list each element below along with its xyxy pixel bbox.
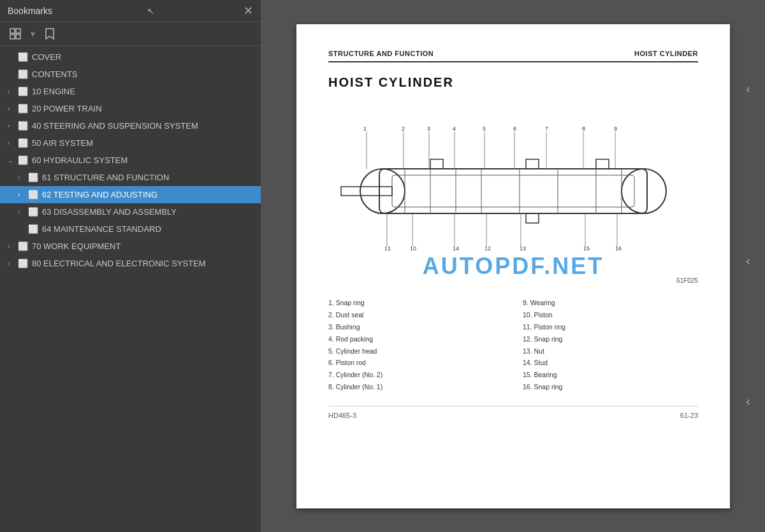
diagram-area: 1 2 3 4 5 6 7 8 9 [328,105,698,271]
bookmark-label-10-engine: 10 ENGINE [32,87,75,96]
bookmark-10-engine[interactable]: › ⬜ 10 ENGINE [0,83,261,100]
bookmark-80-electrical[interactable]: › ⬜ 80 ELECTRICAL AND ELECTRONIC SYSTEM [0,255,261,272]
footer-right: 61-23 [680,412,698,419]
bookmark-label-60-hydraulic: 60 HYDRAULIC SYSTEM [32,155,127,165]
bookmark-icon-64-maintenance: ⬜ [28,224,38,234]
bookmarks-list: ⬜ COVER ⬜ CONTENTS › ⬜ 10 ENGINE › ⬜ 20 … [0,46,261,532]
bookmark-50-air-system[interactable]: › ⬜ 50 AIR SYSTEM [0,134,261,152]
svg-rect-3 [16,34,20,39]
page-footer: HD465-3 61-23 [328,406,698,419]
bookmark-icon-button[interactable] [41,26,58,41]
bookmark-40-steering[interactable]: › ⬜ 40 STEERING AND SUSPENSION SYSTEM [0,117,261,134]
bookmark-63-disassembly[interactable]: › ⬜ 63 DISASSEMBLY AND ASSEMBLY [0,203,261,220]
bookmark-60-hydraulic[interactable]: ⌄ ⬜ 60 HYDRAULIC SYSTEM [0,152,261,169]
expand-all-icon [9,27,22,40]
svg-text:11: 11 [384,245,391,252]
part-12: 12. Snap ring [523,333,698,345]
parts-column-left: 1. Snap ring 2. Dust seal 3. Bushing 4. … [328,297,504,393]
bookmarks-panel: Bookmarks ↖ ✕ ▾ ⬜ COVER [0,0,261,532]
svg-text:16: 16 [615,245,622,252]
svg-text:2: 2 [402,126,405,132]
diagram-caption: 61F025 [328,277,698,284]
bookmark-label-61-structure: 61 STRUCTURE AND FUNCTION [42,173,169,182]
part-15: 15. Bearing [523,369,698,381]
svg-text:6: 6 [513,126,516,132]
bookmark-contents[interactable]: ⬜ CONTENTS [0,66,261,83]
bookmark-icon-40-steering: ⬜ [18,121,28,131]
svg-text:8: 8 [582,126,585,132]
nav-arrow-bot[interactable]: ‹ [746,394,750,408]
page-header-left: STRUCTURE AND FUNCTION [328,50,433,57]
chevron-10-engine: › [8,88,15,95]
bookmark-label-cover: COVER [32,52,61,62]
svg-text:15: 15 [583,245,590,252]
svg-text:4: 4 [453,126,456,132]
bookmark-label-63-disassembly: 63 DISASSEMBLY AND ASSEMBLY [42,207,177,217]
page-title: HOIST CYLINDER [328,75,698,90]
part-3: 3. Bushing [328,321,504,333]
svg-text:10: 10 [410,245,416,252]
part-14: 14. Stud [523,357,698,369]
bookmark-label-62-testing: 62 TESTING AND ADJUSTING [42,190,157,199]
bookmarks-title: Bookmarks [8,6,52,16]
bookmark-icon-63-disassembly: ⬜ [28,207,38,217]
bookmark-label-50-air-system: 50 AIR SYSTEM [32,138,93,148]
svg-rect-8 [341,187,392,196]
bookmark-cover[interactable]: ⬜ COVER [0,48,261,66]
svg-text:12: 12 [484,245,491,252]
part-6: 6. Piston rod [328,357,504,369]
part-13: 13. Nut [523,345,698,357]
expand-all-button[interactable] [6,26,24,41]
part-4: 4. Rod packing [328,333,504,345]
bookmark-70-work-equipment[interactable]: › ⬜ 70 WORK EQUIPMENT [0,238,261,255]
bookmarks-header: Bookmarks ↖ ✕ [0,0,261,22]
chevron-63-disassembly: › [18,208,26,215]
part-10: 10. Piston [523,309,698,321]
hoist-cylinder-diagram: 1 2 3 4 5 6 7 8 9 [328,105,698,271]
chevron-61-structure: › [18,174,26,181]
close-button[interactable]: ✕ [244,5,253,17]
svg-text:7: 7 [545,126,548,132]
nav-arrow-mid[interactable]: ‹ [746,254,750,268]
chevron-40-steering: › [8,122,15,129]
bookmark-icon-cover: ⬜ [18,52,28,62]
toolbar-divider: ▾ [31,29,35,39]
svg-rect-2 [10,34,15,39]
bookmark-label-64-maintenance: 64 MAINTENANCE STANDARD [42,224,161,234]
bookmark-icon-10-engine: ⬜ [18,87,28,96]
nav-arrow-top[interactable]: ‹ [746,82,750,96]
bookmark-61-structure[interactable]: › ⬜ 61 STRUCTURE AND FUNCTION [0,169,261,186]
chevron-62-testing: › [18,191,26,198]
svg-text:1: 1 [363,126,367,132]
bookmark-icon-70-work-equipment: ⬜ [18,241,28,251]
svg-rect-17 [430,159,443,169]
bookmark-icon-20-power-train: ⬜ [18,104,28,113]
svg-text:13: 13 [520,245,526,252]
svg-text:3: 3 [427,126,430,132]
bookmark-label-20-power-train: 20 POWER TRAIN [32,104,102,113]
page-header-right: HOIST CYLINDER [634,50,698,57]
part-1: 1. Snap ring [328,297,504,309]
footer-left: HD465-3 [328,412,356,419]
part-2: 2. Dust seal [328,309,504,321]
svg-text:14: 14 [453,245,459,252]
bookmark-62-testing[interactable]: › ⬜ 62 TESTING AND ADJUSTING [0,186,261,203]
bookmark-20-power-train[interactable]: › ⬜ 20 POWER TRAIN [0,100,261,117]
pdf-panel: STRUCTURE AND FUNCTION HOIST CYLINDER HO… [261,0,765,532]
svg-rect-18 [526,159,539,169]
bookmark-icon-60-hydraulic: ⬜ [18,155,28,165]
chevron-50-air-system: › [8,140,15,147]
chevron-80-electrical: › [8,260,15,267]
bookmark-icon-80-electrical: ⬜ [18,259,28,268]
bookmark-icon-contents: ⬜ [18,69,28,79]
bookmark-label-70-work-equipment: 70 WORK EQUIPMENT [32,241,120,251]
svg-text:5: 5 [483,126,486,132]
part-8: 8. Cylinder (No. 1) [328,381,504,393]
part-11: 11. Piston ring [523,321,698,333]
bookmark-label-40-steering: 40 STEERING AND SUSPENSION SYSTEM [32,121,198,131]
chevron-20-power-train: › [8,105,15,112]
part-16: 16. Snap ring [523,381,698,393]
bookmark-64-maintenance[interactable]: ⬜ 64 MAINTENANCE STANDARD [0,220,261,238]
part-5: 5. Cylinder head [328,345,504,357]
pdf-page: STRUCTURE AND FUNCTION HOIST CYLINDER HO… [296,24,730,508]
